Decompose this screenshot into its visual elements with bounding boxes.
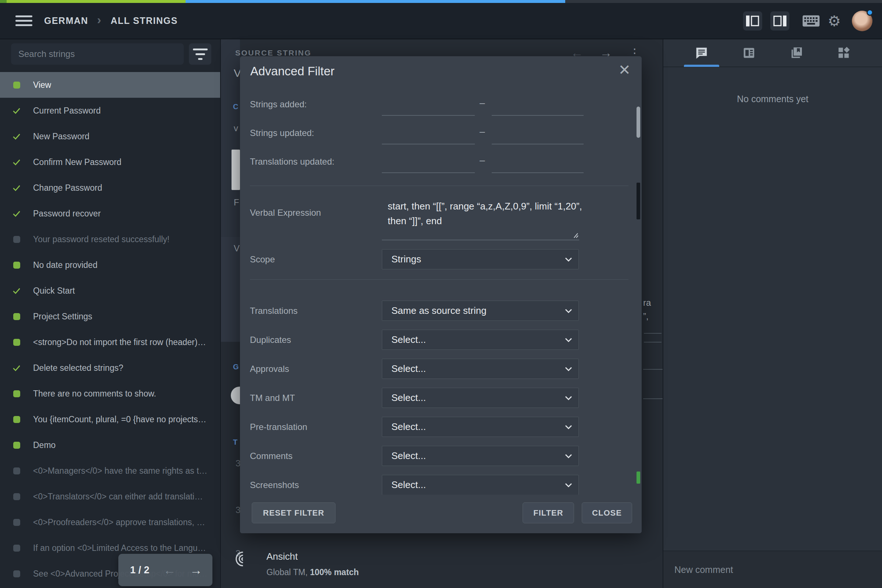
date-from-input[interactable] (382, 101, 475, 116)
date-to-input[interactable] (492, 158, 584, 173)
translated-square-icon (13, 262, 20, 268)
occluded-text-fragment: F (234, 197, 239, 208)
string-list-item[interactable]: Your password reseted successfully! (0, 226, 220, 252)
string-list-item[interactable]: Change Password (0, 175, 220, 201)
string-list-item[interactable]: Password recover (0, 201, 220, 226)
string-item-label: <0>Translators</0> can either add transl… (33, 492, 203, 502)
chevron-down-icon (564, 483, 573, 488)
date-to-input[interactable] (492, 130, 584, 144)
string-item-label: View (33, 80, 51, 90)
filter-select-row: ApprovalsSelect... (250, 358, 632, 379)
filter-select-label: Duplicates (250, 335, 291, 345)
string-item-label: <0>Proofreaders</0> approve translations… (33, 518, 205, 527)
search-input[interactable] (11, 44, 184, 64)
tm-and-mt-select[interactable]: Select... (382, 388, 579, 408)
string-list-item[interactable]: New Password (0, 123, 220, 149)
approved-check-icon (0, 132, 33, 141)
new-comment-input[interactable]: New comment (674, 564, 882, 575)
string-list-item[interactable]: <0>Proofreaders</0> approve translations… (0, 509, 220, 535)
modal-scrollbar-thumb[interactable] (636, 106, 640, 138)
occluded-text-fragment: C (233, 102, 238, 111)
chevron-down-icon (564, 395, 573, 400)
select-value: Select... (392, 363, 426, 375)
select-value: Select... (392, 334, 426, 345)
context-icon (742, 46, 756, 60)
avatar[interactable] (852, 10, 873, 31)
date-range-label: Strings updated: (250, 128, 314, 138)
comments-empty-state: No comments yet (663, 94, 882, 104)
filter-select-label: Approvals (250, 364, 289, 374)
comments-select[interactable]: Select... (382, 446, 579, 466)
string-list-item[interactable]: Delete selected strings? (0, 355, 220, 381)
string-list-item[interactable]: Quick Start (0, 278, 220, 303)
date-from-input[interactable] (382, 158, 475, 173)
translated-square-icon (13, 82, 20, 88)
scope-select[interactable]: Strings (382, 249, 579, 269)
progress-segment (565, 0, 882, 3)
string-list-item[interactable]: Current Password (0, 98, 220, 123)
string-item-label: You {itemCount, plural, =0 {have no proj… (33, 414, 207, 424)
tab-context[interactable] (736, 39, 762, 67)
duplicates-select[interactable]: Select... (382, 330, 579, 350)
pre-translation-select[interactable]: Select... (382, 417, 579, 437)
tab-widgets[interactable] (831, 39, 857, 67)
string-list-item[interactable]: View (0, 72, 220, 98)
string-list-item[interactable]: Project Settings (0, 303, 220, 329)
string-list-item[interactable]: There are no comments to show. (0, 381, 220, 406)
reset-filter-button[interactable]: RESET FILTER (252, 502, 336, 524)
verbal-expression-textarea[interactable]: start, then “[[”, range “a,z,A,Z,0,9”, l… (388, 199, 601, 228)
string-list-item[interactable]: <strong>Do not import the first row (hea… (0, 329, 220, 355)
divider (250, 279, 628, 280)
string-item-label: Project Settings (33, 312, 92, 322)
select-value: Select... (392, 392, 426, 404)
breadcrumb-language[interactable]: GERMAN (44, 15, 88, 26)
settings-gear-icon[interactable]: ⚙ (828, 14, 841, 28)
string-list-item[interactable]: Demo (0, 432, 220, 458)
string-list-item[interactable]: No date provided (0, 252, 220, 278)
select-value: Select... (392, 421, 426, 432)
approvals-select[interactable]: Select... (382, 358, 579, 379)
filter-select-label: Translations (250, 306, 298, 316)
date-from-input[interactable] (382, 130, 475, 144)
progress-segment (7, 0, 186, 3)
layout-right-icon (773, 15, 786, 27)
screenshots-select[interactable]: Select... (382, 475, 579, 495)
tab-translation-memory[interactable] (783, 39, 810, 67)
string-list-item[interactable]: <0>Managers</0> have the same rights as … (0, 458, 220, 484)
tab-comments[interactable] (688, 39, 715, 67)
menu-icon[interactable] (15, 13, 32, 28)
layout-right-panel-button[interactable] (770, 11, 789, 30)
close-button[interactable]: CLOSE (582, 502, 632, 524)
filter-select-row: ScreenshotsSelect... (250, 475, 632, 495)
keyboard-shortcuts-icon[interactable] (802, 15, 819, 27)
range-separator: – (480, 155, 485, 166)
select-value: Select... (392, 479, 426, 490)
select-value: Select... (392, 450, 426, 462)
next-page-arrow-icon[interactable]: → (190, 563, 202, 578)
chevron-down-icon (564, 424, 573, 430)
tm-suggestion-row[interactable]: Ansicht Global TM, 100% match (236, 551, 358, 578)
string-list-item[interactable]: You {itemCount, plural, =0 {have no proj… (0, 406, 220, 432)
string-list-item[interactable]: Confirm New Password (0, 149, 220, 175)
filter-icon (193, 48, 208, 50)
date-to-input[interactable] (492, 101, 584, 116)
filter-button[interactable]: FILTER (523, 502, 574, 524)
breadcrumb-file[interactable]: ALL STRINGS (111, 15, 178, 26)
untranslated-square-icon (13, 493, 20, 500)
occluded-text-fragment: G (233, 363, 239, 371)
screenshot-thumbnail (231, 150, 240, 190)
comments-icon (695, 46, 708, 60)
filter-button[interactable] (189, 44, 212, 64)
close-icon[interactable]: ✕ (618, 62, 631, 78)
chevron-down-icon (564, 257, 573, 262)
layout-left-panel-button[interactable] (743, 11, 762, 30)
translations-select[interactable]: Same as source string (382, 301, 579, 321)
prev-page-arrow-icon[interactable]: ← (164, 563, 176, 578)
scrollbar-change-marker (636, 471, 640, 484)
resize-handle-icon[interactable] (571, 232, 579, 238)
string-list-item[interactable]: <0>Translators</0> can either add transl… (0, 484, 220, 509)
string-item-label: Password recover (33, 209, 101, 219)
filter-select-row: TM and MTSelect... (250, 388, 632, 408)
string-pagination: 1 / 2 ← → (118, 554, 212, 586)
suggestion-meta: Global TM, 100% match (266, 567, 358, 578)
